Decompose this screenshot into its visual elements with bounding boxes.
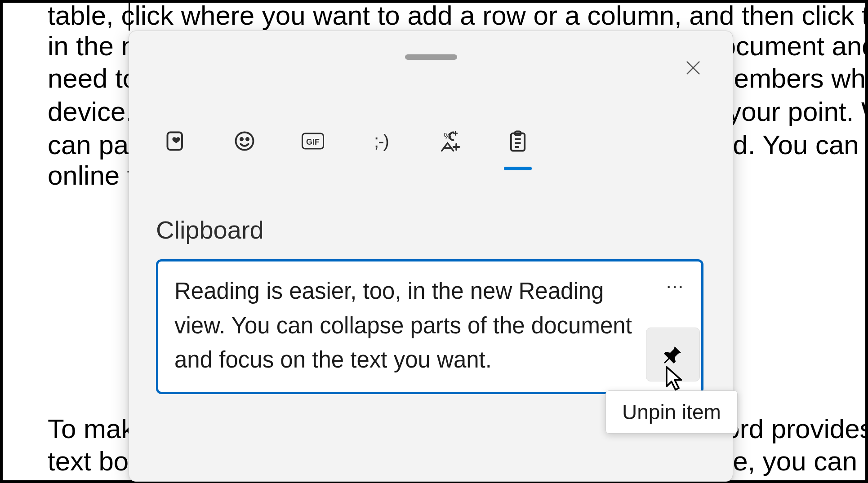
svg-point-4 bbox=[246, 138, 249, 140]
gif-icon: GIF bbox=[301, 129, 325, 153]
text-caret bbox=[129, 2, 130, 31]
clipboard-item[interactable]: Reading is easier, too, in the new Readi… bbox=[156, 259, 703, 394]
tab-symbols[interactable]: % bbox=[429, 121, 470, 161]
clipboard-item-more-button[interactable]: ⋯ bbox=[662, 275, 689, 297]
panel-tabs: GIF ;-) % bbox=[156, 121, 538, 161]
tooltip: Unpin item bbox=[605, 390, 738, 434]
clipboard-icon bbox=[506, 129, 530, 153]
tab-recent[interactable] bbox=[156, 121, 196, 161]
drag-handle[interactable] bbox=[405, 54, 457, 60]
svg-point-2 bbox=[236, 133, 254, 150]
kaomoji-icon: ;-) bbox=[374, 131, 388, 151]
tab-kaomoji[interactable]: ;-) bbox=[361, 121, 401, 161]
svg-text:GIF: GIF bbox=[306, 137, 320, 146]
pin-icon bbox=[662, 344, 684, 365]
clipboard-item-text: Reading is easier, too, in the new Readi… bbox=[174, 274, 634, 377]
document-text-line: table, click where you want to add a row… bbox=[48, 0, 866, 32]
close-icon bbox=[684, 59, 702, 77]
tab-emoji[interactable] bbox=[224, 121, 265, 161]
viewport-frame: table, click where you want to add a row… bbox=[0, 0, 868, 483]
symbols-icon: % bbox=[438, 129, 461, 153]
section-title: Clipboard bbox=[156, 215, 264, 244]
tab-gif[interactable]: GIF bbox=[293, 121, 333, 161]
close-button[interactable] bbox=[675, 50, 711, 86]
heart-folder-icon bbox=[165, 129, 188, 153]
tab-clipboard[interactable] bbox=[498, 121, 538, 161]
emoji-clipboard-panel: GIF ;-) % bbox=[129, 31, 733, 482]
pin-button[interactable] bbox=[646, 328, 700, 381]
svg-point-3 bbox=[240, 138, 243, 140]
smiley-icon bbox=[233, 129, 256, 153]
